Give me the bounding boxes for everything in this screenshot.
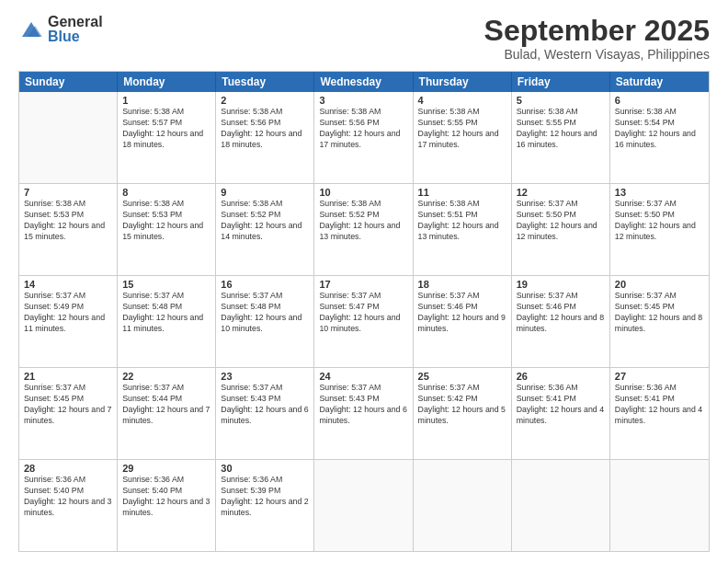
cell-info: Sunrise: 5:36 AMSunset: 5:39 PMDaylight:… [221, 475, 309, 519]
calendar-cell: 7Sunrise: 5:38 AMSunset: 5:53 PMDaylight… [19, 184, 118, 275]
day-number: 9 [221, 187, 309, 198]
day-number: 1 [122, 95, 210, 106]
cell-info: Sunrise: 5:37 AMSunset: 5:45 PMDaylight:… [24, 383, 112, 427]
cell-info: Sunrise: 5:36 AMSunset: 5:41 PMDaylight:… [517, 383, 605, 427]
cell-info: Sunrise: 5:38 AMSunset: 5:56 PMDaylight:… [319, 107, 407, 151]
day-number: 11 [418, 187, 506, 198]
calendar-cell: 8Sunrise: 5:38 AMSunset: 5:53 PMDaylight… [118, 184, 216, 275]
calendar-cell: 22Sunrise: 5:37 AMSunset: 5:44 PMDayligh… [118, 368, 216, 459]
calendar-cell: 28Sunrise: 5:36 AMSunset: 5:40 PMDayligh… [19, 460, 118, 551]
day-number: 5 [517, 95, 605, 106]
title-block: September 2025 Bulad, Western Visayas, P… [484, 15, 710, 62]
day-number: 20 [615, 279, 704, 290]
day-number: 2 [221, 95, 309, 106]
calendar-subtitle: Bulad, Western Visayas, Philippines [484, 47, 710, 62]
calendar-week-5: 28Sunrise: 5:36 AMSunset: 5:40 PMDayligh… [19, 460, 709, 551]
day-number: 18 [418, 279, 506, 290]
cell-info: Sunrise: 5:36 AMSunset: 5:40 PMDaylight:… [122, 475, 210, 519]
day-number: 7 [24, 187, 112, 198]
day-number: 22 [122, 371, 210, 382]
day-number: 17 [319, 279, 407, 290]
header-wednesday: Wednesday [314, 72, 413, 92]
day-number: 8 [122, 187, 210, 198]
cell-info: Sunrise: 5:37 AMSunset: 5:47 PMDaylight:… [319, 291, 407, 335]
calendar-cell [610, 460, 709, 551]
day-number: 28 [24, 463, 112, 474]
header-thursday: Thursday [414, 72, 512, 92]
calendar-cell: 13Sunrise: 5:37 AMSunset: 5:50 PMDayligh… [610, 184, 709, 275]
day-number: 10 [319, 187, 407, 198]
calendar-week-4: 21Sunrise: 5:37 AMSunset: 5:45 PMDayligh… [19, 368, 709, 460]
calendar-cell: 15Sunrise: 5:37 AMSunset: 5:48 PMDayligh… [118, 276, 216, 367]
logo-general-text: General [48, 15, 103, 29]
calendar-cell: 17Sunrise: 5:37 AMSunset: 5:47 PMDayligh… [314, 276, 413, 367]
calendar-title: September 2025 [484, 15, 710, 47]
day-number: 21 [24, 371, 112, 382]
calendar-week-3: 14Sunrise: 5:37 AMSunset: 5:49 PMDayligh… [19, 276, 709, 368]
cell-info: Sunrise: 5:37 AMSunset: 5:45 PMDaylight:… [615, 291, 704, 335]
calendar-cell [512, 460, 610, 551]
calendar-cell: 11Sunrise: 5:38 AMSunset: 5:51 PMDayligh… [414, 184, 512, 275]
day-number: 25 [418, 371, 506, 382]
calendar-cell: 9Sunrise: 5:38 AMSunset: 5:52 PMDaylight… [216, 184, 314, 275]
logo-icon [18, 18, 44, 40]
cell-info: Sunrise: 5:38 AMSunset: 5:55 PMDaylight:… [418, 107, 506, 151]
cell-info: Sunrise: 5:37 AMSunset: 5:48 PMDaylight:… [221, 291, 309, 335]
calendar-cell: 26Sunrise: 5:36 AMSunset: 5:41 PMDayligh… [512, 368, 610, 459]
calendar-cell: 24Sunrise: 5:37 AMSunset: 5:43 PMDayligh… [314, 368, 413, 459]
calendar-cell: 30Sunrise: 5:36 AMSunset: 5:39 PMDayligh… [216, 460, 314, 551]
header-friday: Friday [512, 72, 610, 92]
logo-text: General Blue [48, 15, 103, 44]
calendar-cell [314, 460, 413, 551]
day-number: 3 [319, 95, 407, 106]
cell-info: Sunrise: 5:37 AMSunset: 5:43 PMDaylight:… [319, 383, 407, 427]
cell-info: Sunrise: 5:38 AMSunset: 5:52 PMDaylight:… [221, 199, 309, 243]
day-number: 14 [24, 279, 112, 290]
day-number: 16 [221, 279, 309, 290]
calendar-cell: 25Sunrise: 5:37 AMSunset: 5:42 PMDayligh… [414, 368, 512, 459]
day-number: 29 [122, 463, 210, 474]
calendar-cell: 18Sunrise: 5:37 AMSunset: 5:46 PMDayligh… [414, 276, 512, 367]
calendar-cell: 29Sunrise: 5:36 AMSunset: 5:40 PMDayligh… [118, 460, 216, 551]
calendar-cell: 23Sunrise: 5:37 AMSunset: 5:43 PMDayligh… [216, 368, 314, 459]
header-saturday: Saturday [610, 72, 709, 92]
calendar-cell [19, 92, 118, 183]
cell-info: Sunrise: 5:38 AMSunset: 5:53 PMDaylight:… [24, 199, 112, 243]
calendar-cell: 20Sunrise: 5:37 AMSunset: 5:45 PMDayligh… [610, 276, 709, 367]
calendar-cell: 12Sunrise: 5:37 AMSunset: 5:50 PMDayligh… [512, 184, 610, 275]
day-number: 24 [319, 371, 407, 382]
cell-info: Sunrise: 5:37 AMSunset: 5:48 PMDaylight:… [122, 291, 210, 335]
cell-info: Sunrise: 5:37 AMSunset: 5:49 PMDaylight:… [24, 291, 112, 335]
calendar-cell: 27Sunrise: 5:36 AMSunset: 5:41 PMDayligh… [610, 368, 709, 459]
day-number: 13 [615, 187, 704, 198]
day-number: 23 [221, 371, 309, 382]
page: General Blue September 2025 Bulad, Weste… [0, 0, 728, 563]
calendar-week-1: 1Sunrise: 5:38 AMSunset: 5:57 PMDaylight… [19, 92, 709, 184]
calendar-cell: 10Sunrise: 5:38 AMSunset: 5:52 PMDayligh… [314, 184, 413, 275]
calendar: Sunday Monday Tuesday Wednesday Thursday… [18, 71, 710, 552]
calendar-cell: 5Sunrise: 5:38 AMSunset: 5:55 PMDaylight… [512, 92, 610, 183]
cell-info: Sunrise: 5:37 AMSunset: 5:50 PMDaylight:… [615, 199, 704, 243]
cell-info: Sunrise: 5:37 AMSunset: 5:44 PMDaylight:… [122, 383, 210, 427]
calendar-cell: 19Sunrise: 5:37 AMSunset: 5:46 PMDayligh… [512, 276, 610, 367]
calendar-cell: 14Sunrise: 5:37 AMSunset: 5:49 PMDayligh… [19, 276, 118, 367]
day-number: 19 [517, 279, 605, 290]
cell-info: Sunrise: 5:38 AMSunset: 5:55 PMDaylight:… [517, 107, 605, 151]
logo: General Blue [18, 15, 103, 44]
header-sunday: Sunday [19, 72, 118, 92]
calendar-cell: 3Sunrise: 5:38 AMSunset: 5:56 PMDaylight… [314, 92, 413, 183]
day-number: 6 [615, 95, 704, 106]
calendar-cell: 4Sunrise: 5:38 AMSunset: 5:55 PMDaylight… [414, 92, 512, 183]
calendar-body: 1Sunrise: 5:38 AMSunset: 5:57 PMDaylight… [19, 92, 709, 551]
cell-info: Sunrise: 5:38 AMSunset: 5:57 PMDaylight:… [122, 107, 210, 151]
cell-info: Sunrise: 5:38 AMSunset: 5:52 PMDaylight:… [319, 199, 407, 243]
day-number: 30 [221, 463, 309, 474]
logo-blue-text: Blue [48, 29, 103, 44]
cell-info: Sunrise: 5:38 AMSunset: 5:54 PMDaylight:… [615, 107, 704, 151]
day-number: 26 [517, 371, 605, 382]
calendar-week-2: 7Sunrise: 5:38 AMSunset: 5:53 PMDaylight… [19, 184, 709, 276]
calendar-header: Sunday Monday Tuesday Wednesday Thursday… [19, 72, 709, 92]
day-number: 15 [122, 279, 210, 290]
calendar-cell: 1Sunrise: 5:38 AMSunset: 5:57 PMDaylight… [118, 92, 216, 183]
day-number: 27 [615, 371, 704, 382]
